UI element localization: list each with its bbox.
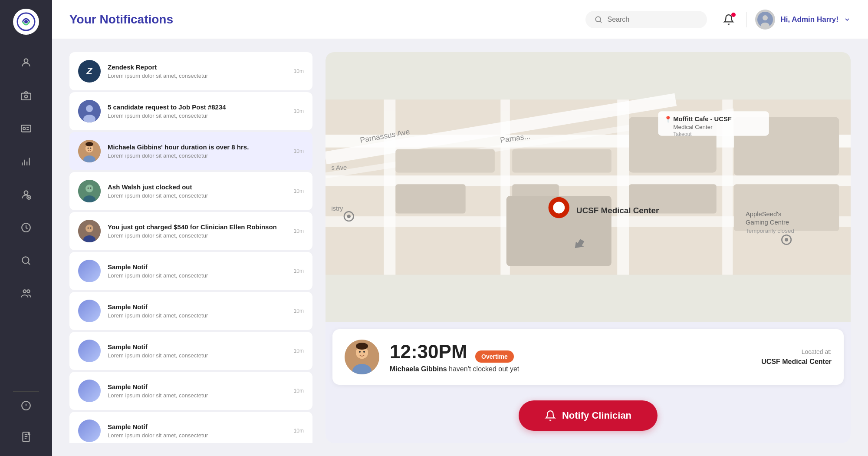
- user-avatar: [755, 10, 775, 30]
- notif-title: You just got charged $540 for Clinician …: [108, 223, 287, 231]
- notif-title: Zendesk Report: [108, 63, 287, 71]
- notif-text: Lorem ipsum dolor sit amet, consectetur: [108, 73, 287, 79]
- overtime-badge: Overtime: [475, 350, 514, 363]
- sample-avatar: [78, 420, 101, 442]
- svg-text:AppleSeed's: AppleSeed's: [746, 211, 781, 218]
- notif-text: Lorem ipsum dolor sit amet, consectetur: [108, 192, 287, 199]
- sidebar-item-info[interactable]: [16, 395, 36, 416]
- sidebar-item-search[interactable]: [16, 250, 36, 271]
- notif-title: Sample Notif: [108, 383, 287, 390]
- notif-content: Michaela Gibbins' hour duration is over …: [108, 143, 287, 159]
- chevron-down-icon: [844, 16, 851, 23]
- clinician-avatar: [345, 340, 379, 374]
- notification-bell[interactable]: [720, 11, 737, 28]
- svg-point-26: [88, 148, 89, 149]
- header-divider: [746, 12, 746, 27]
- svg-text:Gaming Centre: Gaming Centre: [746, 219, 789, 226]
- page-title: Your Notifications: [69, 13, 585, 26]
- person-avatar: [78, 140, 101, 162]
- notif-title: Sample Notif: [108, 423, 287, 430]
- svg-point-4: [25, 95, 28, 98]
- svg-point-28: [85, 142, 93, 146]
- notify-button-label: Notify Clinician: [562, 410, 631, 421]
- bell-icon: [545, 410, 556, 421]
- svg-text:Temporarily closed: Temporarily closed: [746, 228, 794, 234]
- svg-point-81: [359, 351, 361, 353]
- svg-point-33: [90, 188, 92, 189]
- zendesk-avatar: Z: [78, 60, 101, 83]
- notif-title: Sample Notif: [108, 263, 287, 271]
- notif-content: Sample Notif Lorem ipsum dolor sit amet,…: [108, 383, 287, 399]
- notif-time: 10m: [294, 428, 304, 434]
- notification-item[interactable]: Sample Notif Lorem ipsum dolor sit amet,…: [69, 292, 312, 330]
- notification-item[interactable]: Sample Notif Lorem ipsum dolor sit amet,…: [69, 332, 312, 370]
- sidebar-item-clock[interactable]: [16, 217, 36, 238]
- status-message: haven't clocked out yet: [449, 365, 519, 373]
- sidebar-item-profile[interactable]: [16, 184, 36, 205]
- svg-point-83: [356, 343, 368, 350]
- notif-text: Lorem ipsum dolor sit amet, consectetur: [108, 352, 287, 359]
- location-label: Located at:: [761, 347, 832, 357]
- map-area: Parnassus Ave Parnas... 📍 Moffitt Cafe -…: [326, 52, 851, 322]
- search-input[interactable]: [607, 16, 698, 23]
- notification-item[interactable]: You just got charged $540 for Clinician …: [69, 212, 312, 250]
- svg-point-6: [23, 127, 25, 129]
- content-area: Z Zendesk Report Lorem ipsum dolor sit a…: [52, 39, 868, 456]
- notif-content: You just got charged $540 for Clinician …: [108, 223, 287, 239]
- person-avatar: [78, 220, 101, 242]
- notif-time: 10m: [294, 308, 304, 314]
- svg-point-20: [86, 105, 93, 112]
- notification-item[interactable]: Sample Notif Lorem ipsum dolor sit amet,…: [69, 252, 312, 290]
- svg-point-35: [85, 225, 93, 232]
- sample-avatar: [78, 340, 101, 362]
- sidebar-bottom: [16, 395, 36, 447]
- svg-point-11: [23, 290, 26, 293]
- notif-time: 10m: [294, 228, 304, 234]
- header: Your Notifications: [52, 0, 868, 39]
- time-display: 12:30PM Overtime: [390, 341, 751, 363]
- notification-item[interactable]: Sample Notif Lorem ipsum dolor sit amet,…: [69, 412, 312, 443]
- svg-point-30: [85, 185, 93, 192]
- notification-item[interactable]: Sample Notif Lorem ipsum dolor sit amet,…: [69, 372, 312, 410]
- app-logo: [13, 9, 39, 35]
- sidebar-item-chart[interactable]: [16, 151, 36, 172]
- notify-area: Notify Clinician: [326, 392, 851, 443]
- svg-text:📍: 📍: [664, 116, 672, 123]
- user-menu[interactable]: Hi, Admin Harry!: [755, 10, 851, 30]
- svg-point-1: [24, 20, 28, 23]
- sidebar-item-id[interactable]: [16, 118, 36, 139]
- sidebar-item-user[interactable]: [16, 52, 36, 73]
- notif-content: Sample Notif Lorem ipsum dolor sit amet,…: [108, 343, 287, 359]
- map-svg: Parnassus Ave Parnas... 📍 Moffitt Cafe -…: [326, 52, 851, 322]
- person-avatar: [78, 180, 101, 202]
- notif-text: Lorem ipsum dolor sit amet, consectetur: [108, 232, 287, 239]
- notify-clinician-button[interactable]: Notify Clinician: [519, 400, 658, 431]
- notif-text: Lorem ipsum dolor sit amet, consectetur: [108, 112, 287, 119]
- notification-item[interactable]: Ash Walsh just clocked out Lorem ipsum d…: [69, 172, 312, 210]
- notification-item[interactable]: 5 candidate request to Job Post #8234 Lo…: [69, 92, 312, 130]
- search-icon: [594, 15, 603, 24]
- sidebar-item-people[interactable]: [16, 283, 36, 304]
- sidebar-divider: [13, 391, 39, 392]
- svg-point-17: [763, 15, 768, 20]
- sidebar: [0, 0, 52, 456]
- sidebar-nav: [16, 52, 36, 388]
- svg-text:istry: istry: [331, 205, 343, 212]
- sidebar-item-camera[interactable]: [16, 85, 36, 106]
- svg-point-2: [24, 59, 28, 63]
- notification-item-active[interactable]: Michaela Gibbins' hour duration is over …: [69, 132, 312, 170]
- sidebar-item-document[interactable]: [16, 426, 36, 447]
- svg-rect-3: [21, 93, 31, 100]
- notif-time: 10m: [294, 268, 304, 274]
- sample-avatar: [78, 300, 101, 322]
- sample-avatar: [78, 260, 101, 282]
- svg-point-15: [596, 17, 601, 22]
- notif-time: 10m: [294, 68, 304, 74]
- notification-item[interactable]: Z Zendesk Report Lorem ipsum dolor sit a…: [69, 52, 312, 90]
- svg-point-7: [24, 191, 28, 195]
- notif-content: Zendesk Report Lorem ipsum dolor sit ame…: [108, 63, 287, 79]
- notif-title: Sample Notif: [108, 343, 287, 350]
- search-box[interactable]: [585, 11, 707, 28]
- notif-text: Lorem ipsum dolor sit amet, consectetur: [108, 392, 287, 399]
- svg-point-76: [347, 215, 351, 218]
